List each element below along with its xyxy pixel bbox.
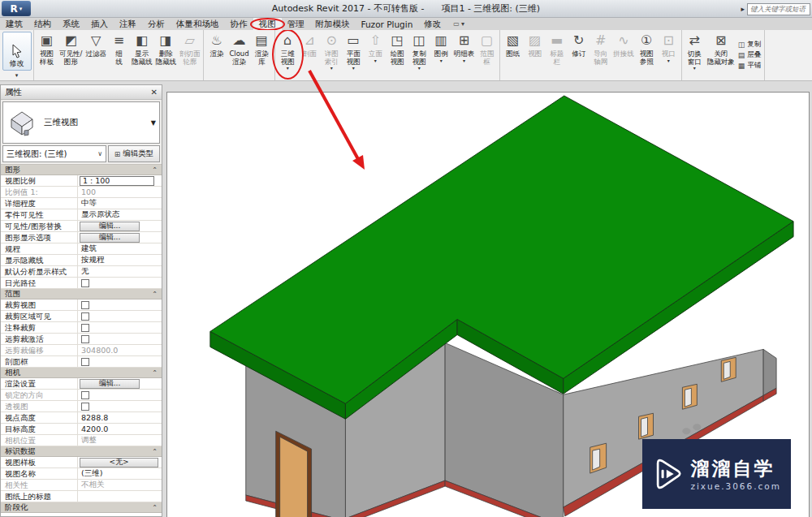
ribbon-groups: ▣视图样板◩可见性/图形▽过滤器≡细线◧显示隐藏线◨删除隐藏线▱剖切面轮廓♨渲染… bbox=[34, 30, 812, 80]
ribbon: 修改 ▾ ▣视图样板◩可见性/图形▽过滤器≡细线◧显示隐藏线◨删除隐藏线▱剖切面… bbox=[0, 30, 812, 81]
tab-协作[interactable]: 协作 bbox=[225, 18, 253, 30]
property-value bbox=[78, 491, 162, 502]
tab-label: 管理 bbox=[287, 19, 304, 30]
dropdown-arrow-icon[interactable]: ▼ bbox=[151, 119, 156, 127]
property-section-图形[interactable]: 图形⌃ bbox=[1, 165, 162, 175]
tab-系统[interactable]: 系统 bbox=[57, 18, 85, 30]
tab-分析[interactable]: 分析 bbox=[142, 18, 171, 30]
property-row: 显示隐藏线按规程 bbox=[1, 255, 162, 266]
visibility-graphics-button[interactable]: ◩可见性/图形 bbox=[58, 31, 84, 80]
instance-selector[interactable]: 三维视图: (三维) ∨ bbox=[2, 145, 106, 162]
property-label: 渲染设置 bbox=[1, 378, 78, 389]
tab-Fuzor Plugin[interactable]: Fuzor Plugin bbox=[356, 18, 419, 30]
search-go-icon[interactable]: ▸ bbox=[738, 5, 747, 13]
property-label: 远剪裁激活 bbox=[1, 334, 78, 344]
schedules-button[interactable]: ⊞明细表▾ bbox=[452, 31, 477, 80]
property-row: 裁剪区域可见 bbox=[1, 311, 162, 322]
tab-修改[interactable]: 修改 bbox=[418, 18, 447, 30]
property-section-相机[interactable]: 相机⌃ bbox=[1, 368, 162, 378]
tab-视图[interactable]: 视图 bbox=[253, 18, 282, 30]
property-value-input[interactable]: 1 : 100 bbox=[80, 176, 154, 186]
render-gallery-button[interactable]: ▤渲染库 bbox=[251, 31, 273, 80]
button-label: 渲染 bbox=[232, 58, 246, 67]
play-logo-icon bbox=[652, 455, 682, 493]
property-section-范围[interactable]: 范围⌃ bbox=[1, 289, 162, 299]
caret-down-icon: ▾ bbox=[440, 58, 443, 63]
property-value-button[interactable]: 编辑... bbox=[80, 233, 140, 243]
property-value-text: 调整 bbox=[80, 435, 97, 446]
switch-windows-button[interactable]: ⇄切换窗口▾ bbox=[684, 31, 706, 80]
property-checkbox[interactable] bbox=[81, 301, 89, 309]
property-value: 100 bbox=[78, 187, 162, 197]
type-selector[interactable]: 三维视图 ▼ bbox=[2, 101, 160, 144]
wall-right-end[interactable] bbox=[763, 349, 776, 395]
modify-button[interactable]: 修改 bbox=[2, 32, 32, 71]
property-checkbox[interactable] bbox=[81, 324, 89, 332]
ribbon-panel-toggle[interactable]: ▭▾ bbox=[450, 18, 468, 30]
panel-toggle-icon: ▭ bbox=[453, 20, 460, 28]
section-label: 范围 bbox=[5, 289, 20, 299]
property-checkbox[interactable] bbox=[81, 312, 89, 321]
view-icon: ▨ bbox=[529, 31, 541, 50]
remove-hidden-lines-button[interactable]: ◨删除隐藏线 bbox=[153, 31, 178, 80]
tab-体量和场地[interactable]: 体量和场地 bbox=[171, 18, 225, 30]
view-template-button[interactable]: ▣视图样板 bbox=[36, 31, 58, 80]
properties-header[interactable]: 属性 ✕ bbox=[1, 85, 162, 100]
button-label: 渲染 bbox=[209, 50, 223, 58]
property-value: 1 : 100 bbox=[78, 175, 162, 186]
render-button[interactable]: ♨渲染 bbox=[205, 31, 227, 80]
window-2-pane[interactable] bbox=[641, 417, 648, 437]
property-row: 渲染设置编辑... bbox=[1, 378, 162, 390]
3d-view-button[interactable]: ⌂三维视图▾ bbox=[277, 31, 299, 80]
tab-注释[interactable]: 注释 bbox=[114, 18, 142, 30]
property-row: 远剪裁偏移304800.0 bbox=[1, 345, 162, 356]
property-checkbox[interactable] bbox=[81, 335, 89, 343]
render-icon: ♨ bbox=[211, 31, 222, 50]
plan-views-button[interactable]: ▭平面视图▾ bbox=[343, 31, 365, 80]
sheet-button[interactable]: ▧图纸 bbox=[502, 31, 524, 80]
search-input[interactable] bbox=[747, 3, 810, 15]
window-1-pane[interactable] bbox=[593, 449, 600, 470]
show-hidden-lines-button[interactable]: ◧显示隐藏线 bbox=[130, 31, 154, 80]
edit-type-button[interactable]: ⊞ 编辑类型 bbox=[108, 145, 160, 162]
close-icon[interactable]: ✕ bbox=[151, 88, 158, 97]
tab-建筑[interactable]: 建筑 bbox=[0, 18, 28, 30]
tab-附加模块[interactable]: 附加模块 bbox=[310, 18, 356, 30]
property-checkbox[interactable] bbox=[81, 358, 89, 366]
property-section-阶段化[interactable]: 阶段化⌃ bbox=[1, 502, 162, 513]
tile-button[interactable]: ▦平铺 bbox=[738, 61, 762, 71]
tab-label: 插入 bbox=[91, 19, 108, 30]
drafting-view-icon: ◳ bbox=[391, 31, 404, 50]
caret-down-icon[interactable]: ▾ bbox=[15, 72, 19, 79]
revisions-button[interactable]: ↻修订 bbox=[568, 31, 590, 80]
door-panel[interactable] bbox=[280, 437, 308, 517]
property-section-标识数据[interactable]: 标识数据⌃ bbox=[1, 446, 162, 457]
thin-lines-button[interactable]: ≡细线 bbox=[108, 31, 130, 80]
window-3-pane[interactable] bbox=[685, 388, 691, 407]
cut-profile-icon: ▱ bbox=[184, 31, 194, 50]
tab-插入[interactable]: 插入 bbox=[85, 18, 114, 30]
cascade-button[interactable]: ▤层叠 bbox=[738, 50, 762, 60]
button-label: 图纸 bbox=[506, 50, 520, 58]
property-value: 不相关 bbox=[78, 480, 162, 490]
property-value-button[interactable]: <无> bbox=[80, 458, 158, 467]
property-value-button[interactable]: 编辑... bbox=[80, 222, 140, 231]
replicate-button[interactable]: ◫复制 bbox=[738, 40, 762, 50]
close-hidden-windows-button[interactable]: ⊠关闭隐藏对象 bbox=[706, 31, 736, 80]
tab-管理[interactable]: 管理 bbox=[282, 18, 310, 30]
duplicate-view-button[interactable]: ◫复制视图▾ bbox=[408, 31, 430, 80]
drafting-view-button[interactable]: ◳绘图视图 bbox=[387, 31, 408, 80]
drawing-canvas[interactable]: 溜溜自学 zixue.3066.com bbox=[166, 92, 810, 517]
tab-结构[interactable]: 结构 bbox=[28, 18, 57, 30]
application-menu-button[interactable]: R▾ bbox=[2, 1, 31, 16]
filter-button[interactable]: ▽过滤器 bbox=[84, 31, 108, 80]
window-4-pane[interactable] bbox=[723, 361, 730, 379]
property-checkbox[interactable] bbox=[81, 279, 89, 287]
view-reference-button[interactable]: ①视图参照 bbox=[636, 31, 658, 80]
property-value-button[interactable]: 编辑... bbox=[80, 379, 140, 389]
render-in-cloud-button[interactable]: ☁Cloud渲染 bbox=[227, 31, 250, 80]
property-value bbox=[78, 299, 162, 310]
property-row: 裁剪视图 bbox=[1, 299, 162, 311]
legends-button[interactable]: ▥图例▾ bbox=[430, 31, 452, 80]
property-value bbox=[78, 278, 162, 288]
